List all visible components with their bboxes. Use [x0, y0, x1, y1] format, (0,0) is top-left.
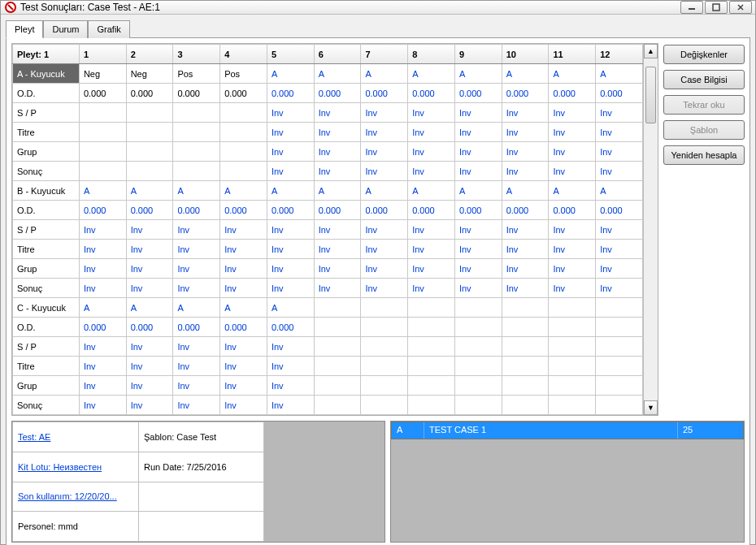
grid-cell[interactable]: A — [220, 181, 267, 201]
grid-cell[interactable]: Inv — [454, 123, 502, 142]
grid-cell[interactable] — [361, 318, 408, 337]
table-row[interactable]: O.D.0.0000.0000.0000.0000.0000.0000.0000… — [13, 84, 643, 103]
row-header[interactable]: Titre — [13, 240, 80, 259]
grid-cell[interactable]: A — [361, 64, 408, 84]
grid-cell[interactable]: Inv — [549, 220, 596, 240]
row-header[interactable]: Grup — [13, 259, 80, 279]
grid-cell[interactable]: Inv — [173, 396, 220, 415]
grid-cell[interactable]: 0.000 — [549, 84, 596, 103]
grid-cell[interactable]: 0.000 — [220, 201, 267, 220]
grid-header-col-5[interactable]: 5 — [267, 45, 314, 64]
grid-cell[interactable]: Inv — [173, 220, 220, 240]
grid-cell[interactable]: 0.000 — [267, 318, 314, 337]
grid-cell[interactable] — [596, 318, 643, 337]
grid-cell[interactable] — [549, 376, 596, 396]
grid-cell[interactable]: 0.000 — [79, 201, 126, 220]
grid-cell[interactable]: Inv — [314, 220, 361, 240]
table-row[interactable]: S / PInvInvInvInvInv — [13, 337, 643, 357]
grid-cell[interactable]: 0.000 — [173, 84, 220, 103]
grid-cell[interactable] — [502, 357, 549, 376]
grid-cell[interactable] — [79, 103, 126, 123]
grid-cell[interactable] — [361, 337, 408, 357]
grid-cell[interactable]: Inv — [79, 240, 126, 259]
grid-cell[interactable]: A — [267, 64, 314, 84]
grid-cell[interactable]: A — [173, 298, 220, 318]
grid-header-col-9[interactable]: 9 — [454, 45, 502, 64]
info-link[interactable]: Son kullanım: 12/20/20... — [18, 491, 117, 501]
grid-header-col-3[interactable]: 3 — [173, 45, 220, 64]
grid-cell[interactable]: A — [596, 64, 643, 84]
grid-cell[interactable]: Inv — [361, 162, 408, 181]
row-header[interactable]: O.D. — [13, 201, 80, 220]
grid-cell[interactable] — [220, 103, 267, 123]
grid-cell[interactable]: 0.000 — [126, 318, 173, 337]
grid-cell[interactable]: Inv — [126, 220, 173, 240]
grid-cell[interactable]: Inv — [361, 103, 408, 123]
grid-cell[interactable]: Inv — [454, 220, 502, 240]
grid-cell[interactable]: Inv — [267, 337, 314, 357]
grid-cell[interactable] — [596, 337, 643, 357]
row-header[interactable]: O.D. — [13, 84, 80, 103]
grid-cell[interactable]: Inv — [502, 142, 549, 162]
grid-cell[interactable]: Inv — [502, 162, 549, 181]
grid-cell[interactable]: Inv — [502, 259, 549, 279]
grid-cell[interactable]: Inv — [173, 357, 220, 376]
results-grid[interactable]: Pleyt: 1123456789101112A - KuyucukNegNeg… — [12, 44, 643, 415]
grid-cell[interactable] — [220, 162, 267, 181]
grid-cell[interactable]: Inv — [454, 240, 502, 259]
grid-cell[interactable]: Inv — [408, 259, 455, 279]
grid-cell[interactable]: A — [596, 181, 643, 201]
grid-cell[interactable]: Inv — [220, 259, 267, 279]
grid-cell[interactable]: Inv — [549, 142, 596, 162]
grid-cell[interactable] — [596, 298, 643, 318]
row-header[interactable]: Titre — [13, 123, 80, 142]
table-row[interactable]: GrupInvInvInvInvInvInvInvInvInvInvInvInv — [13, 259, 643, 279]
grid-header-col-10[interactable]: 10 — [502, 45, 549, 64]
grid-cell[interactable]: Inv — [267, 123, 314, 142]
grid-cell[interactable] — [454, 357, 502, 376]
grid-cell[interactable]: 0.000 — [79, 318, 126, 337]
grid-cell[interactable] — [173, 123, 220, 142]
tab-pleyt[interactable]: Pleyt — [6, 20, 43, 38]
grid-cell[interactable]: A — [126, 298, 173, 318]
grid-cell[interactable] — [549, 357, 596, 376]
grid-cell[interactable]: Inv — [267, 240, 314, 259]
grid-cell[interactable] — [408, 298, 455, 318]
grid-cell[interactable]: Inv — [267, 220, 314, 240]
grid-cell[interactable] — [408, 337, 455, 357]
case-info-button[interactable]: Case Bilgisi — [663, 70, 745, 89]
table-row[interactable]: O.D.0.0000.0000.0000.0000.000 — [13, 318, 643, 337]
grid-cell[interactable] — [408, 376, 455, 396]
table-row[interactable]: GrupInvInvInvInvInvInvInvInv — [13, 142, 643, 162]
grid-cell[interactable] — [361, 396, 408, 415]
maximize-button[interactable] — [705, 1, 728, 14]
grid-cell[interactable]: Inv — [454, 279, 502, 298]
grid-cell[interactable] — [502, 396, 549, 415]
grid-cell[interactable]: Inv — [126, 259, 173, 279]
grid-cell[interactable]: Inv — [126, 240, 173, 259]
table-row[interactable]: GrupInvInvInvInvInv — [13, 376, 643, 396]
grid-cell[interactable]: Inv — [173, 337, 220, 357]
grid-cell[interactable]: Inv — [361, 240, 408, 259]
grid-cell[interactable]: A — [173, 181, 220, 201]
grid-cell[interactable]: Inv — [314, 123, 361, 142]
table-row[interactable]: SonuçInvInvInvInvInv — [13, 396, 643, 415]
grid-cell[interactable]: Inv — [502, 103, 549, 123]
grid-cell[interactable] — [126, 123, 173, 142]
grid-cell[interactable]: Inv — [596, 240, 643, 259]
row-header[interactable]: Sonuç — [13, 279, 80, 298]
grid-cell[interactable] — [454, 376, 502, 396]
row-header[interactable]: C - Kuyucuk — [13, 298, 80, 318]
grid-cell[interactable]: 0.000 — [549, 201, 596, 220]
grid-cell[interactable] — [314, 298, 361, 318]
grid-cell[interactable]: Inv — [549, 240, 596, 259]
grid-cell[interactable]: Inv — [173, 259, 220, 279]
minimize-button[interactable] — [680, 1, 703, 14]
scroll-down-icon[interactable]: ▼ — [644, 400, 658, 415]
grid-cell[interactable] — [408, 357, 455, 376]
grid-cell[interactable]: A — [361, 181, 408, 201]
grid-cell[interactable]: 0.000 — [79, 84, 126, 103]
info-cell-left[interactable]: Son kullanım: 12/20/20... — [13, 482, 139, 512]
grid-cell[interactable] — [220, 123, 267, 142]
grid-cell[interactable]: Inv — [79, 396, 126, 415]
